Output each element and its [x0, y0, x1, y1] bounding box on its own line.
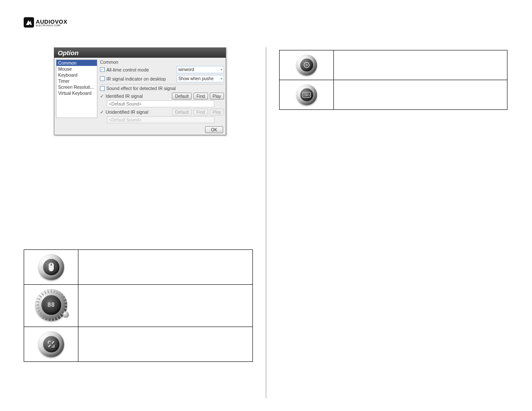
table-row: [280, 50, 507, 80]
chevron-down-icon: ▾: [221, 77, 222, 81]
sidebar-item-common[interactable]: Common: [56, 60, 97, 66]
alltime-label: All-time control mode: [106, 67, 175, 72]
logo-mark-icon: [24, 17, 34, 28]
unidentified-play-button: Play: [210, 109, 224, 115]
svg-rect-3: [307, 93, 308, 94]
identified-checkbox[interactable]: ✓: [100, 93, 104, 99]
indicator-label: IR signal indicator on desktop: [106, 76, 175, 81]
identified-default-button[interactable]: Default: [172, 93, 192, 100]
dialog-title: Option: [54, 48, 226, 58]
svg-rect-4: [308, 93, 309, 94]
identified-play-button[interactable]: Play: [210, 93, 224, 100]
dialog-main: Common ✓ All-time control mode winword ▾…: [100, 59, 224, 123]
mce-button-icon: [296, 55, 317, 75]
brand-logo: AUDIOVOX ELECTRONICS CORP.: [24, 17, 67, 28]
unidentified-checkbox[interactable]: ✓: [100, 109, 104, 115]
alltime-checkbox[interactable]: ✓: [100, 67, 105, 72]
sidebar-item-virtual-keyboard[interactable]: Virtual Keyboard: [56, 90, 97, 96]
svg-rect-2: [305, 93, 306, 94]
table-row: [24, 250, 253, 285]
identified-sound-field[interactable]: <Default Sound>: [107, 100, 215, 107]
svg-rect-7: [309, 95, 310, 96]
ok-button[interactable]: OK: [205, 126, 223, 133]
table-row: [280, 80, 507, 110]
svg-rect-5: [304, 95, 305, 96]
alltime-combo-value: winword: [178, 67, 194, 72]
page-columns: Option Common Mouse Keyboard Timer Scree…: [24, 47, 508, 398]
option-dialog: Option Common Mouse Keyboard Timer Scree…: [54, 47, 226, 135]
table-row: 88: [24, 285, 253, 327]
right-column: [266, 47, 508, 398]
unidentified-sound-field: <Default Sound>: [107, 116, 215, 123]
mce-button-desc: [334, 50, 507, 80]
unidentified-label: Unidentified IR signal: [106, 109, 170, 115]
unidentified-default-button: Default: [172, 109, 192, 115]
keyboard-icon: [296, 84, 317, 105]
identified-label: Identified IR signal: [106, 93, 170, 99]
timer-desc: [78, 285, 253, 327]
left-icon-table: 88: [24, 249, 253, 362]
sidebar-item-keyboard[interactable]: Keyboard: [56, 72, 97, 78]
chevron-down-icon: ▾: [221, 68, 222, 72]
svg-rect-1: [304, 93, 305, 94]
table-row: [24, 327, 253, 362]
sidebar-item-screen-resolution[interactable]: Screen Resoluti...: [56, 84, 97, 90]
sound-effect-checkbox[interactable]: ✓: [100, 86, 105, 91]
timer-icon: 88: [35, 289, 67, 321]
resolution-desc: [78, 327, 253, 362]
indicator-combo[interactable]: Show when pushe ▾: [177, 75, 224, 82]
timer-face: 88: [41, 295, 61, 315]
mouse-icon: [38, 254, 64, 280]
sidebar-item-mouse[interactable]: Mouse: [56, 66, 97, 72]
sidebar-item-timer[interactable]: Timer: [56, 78, 97, 84]
indicator-combo-value: Show when pushe: [178, 76, 214, 81]
svg-rect-6: [305, 95, 308, 96]
alltime-combo[interactable]: winword ▾: [177, 66, 224, 73]
dialog-sidebar: Common Mouse Keyboard Timer Screen Resol…: [56, 59, 97, 118]
unidentified-find-button: Find: [193, 109, 208, 115]
mouse-desc: [78, 250, 253, 285]
common-section-label: Common: [100, 59, 224, 65]
left-column: Option Common Mouse Keyboard Timer Scree…: [24, 47, 266, 398]
keyboard-desc: [334, 80, 507, 110]
sound-effect-label: Sound effect for detected IR signal: [106, 86, 176, 91]
resolution-icon: [38, 331, 64, 357]
right-icon-table: [279, 50, 507, 110]
indicator-checkbox[interactable]: ✓: [100, 76, 105, 81]
identified-find-button[interactable]: Find: [193, 93, 208, 100]
